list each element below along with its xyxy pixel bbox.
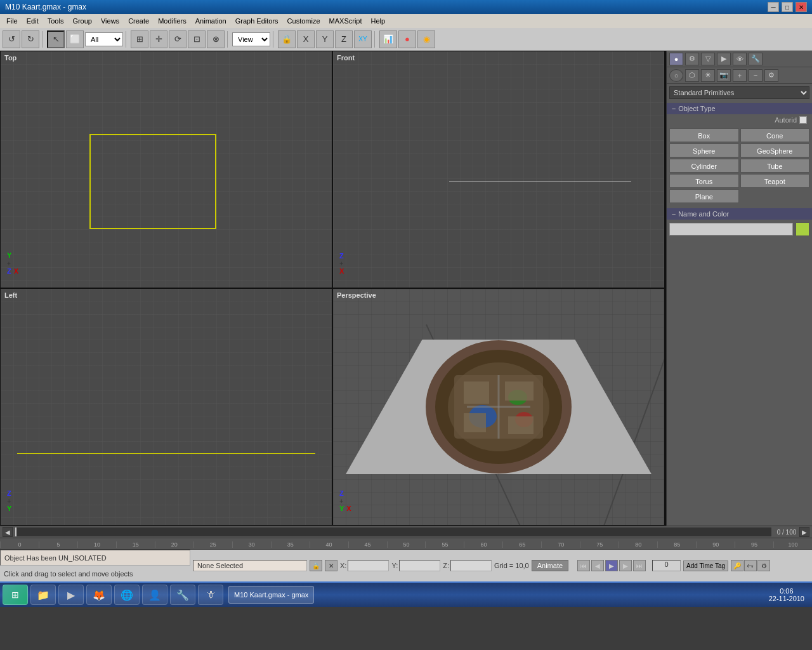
menu-item-create[interactable]: Create xyxy=(124,16,153,26)
key3-icon[interactable]: ⚙ xyxy=(757,560,770,571)
cancel-icon[interactable]: ✕ xyxy=(325,560,337,571)
plane-button[interactable]: Plane xyxy=(669,189,739,203)
object-type-grid: Box Cone Sphere GeoSphere Cylinder Tube … xyxy=(667,126,812,206)
menu-item-customize[interactable]: Customize xyxy=(284,16,324,26)
y-input[interactable] xyxy=(399,560,440,571)
menu-item-animation[interactable]: Animation xyxy=(192,16,230,26)
menu-item-graph-editors[interactable]: Graph Editors xyxy=(232,16,282,26)
close-button[interactable]: ✕ xyxy=(796,2,807,12)
move-button[interactable]: ✛ xyxy=(150,30,167,48)
autorid-checkbox[interactable] xyxy=(799,116,807,124)
mirror-button[interactable]: ⊗ xyxy=(207,30,225,48)
taskbar-settings[interactable]: 🔧 xyxy=(170,585,195,605)
name-input-field[interactable] xyxy=(669,223,793,235)
timeline-track[interactable] xyxy=(15,527,771,536)
maximize-button[interactable]: □ xyxy=(782,2,793,12)
viewport-front[interactable]: Front Z + X xyxy=(332,51,665,288)
helpers-btn[interactable]: + xyxy=(733,69,747,82)
scale-button[interactable]: ⊡ xyxy=(188,30,206,48)
angle-snap-button[interactable]: X xyxy=(297,30,315,48)
go-start-button[interactable]: ⏮ xyxy=(577,560,590,571)
spinner-snap-button[interactable]: Z xyxy=(335,30,353,48)
cameras-btn[interactable]: 📷 xyxy=(717,69,731,82)
snap-toggle-button[interactable]: 🔒 xyxy=(278,30,296,48)
geosphere-button[interactable]: GeoSphere xyxy=(740,143,810,157)
animate-button[interactable]: Animate xyxy=(532,560,568,571)
undo-button[interactable]: ↺ xyxy=(3,30,20,48)
timeline-next-button[interactable]: ▶ xyxy=(799,527,809,537)
go-end-button[interactable]: ⏭ xyxy=(633,560,646,571)
x-input[interactable] xyxy=(348,560,389,571)
taskbar-explorer[interactable]: 📁 xyxy=(30,585,56,605)
key2-icon[interactable]: 🗝 xyxy=(744,560,757,571)
minimize-button[interactable]: ─ xyxy=(768,2,779,12)
menu-item-views[interactable]: Views xyxy=(97,16,123,26)
object-type-collapse[interactable]: – xyxy=(672,105,676,112)
box-button[interactable]: Box xyxy=(669,128,739,142)
ruler-mark-30: 30 xyxy=(232,541,271,548)
menu-item-tools[interactable]: Tools xyxy=(44,16,68,26)
taskbar-game[interactable]: 🗡 xyxy=(198,585,223,605)
cylinder-button[interactable]: Cylinder xyxy=(669,159,739,173)
menu-item-file[interactable]: File xyxy=(3,16,22,26)
stats-button[interactable]: 📊 xyxy=(379,30,397,48)
menu-item-maxscript[interactable]: MAXScript xyxy=(325,16,366,26)
active-window-task[interactable]: M10 Kaart.gmax - gmax xyxy=(228,586,314,604)
modify-tab[interactable]: ⚙ xyxy=(685,53,699,65)
prev-frame-button[interactable]: ◀ xyxy=(591,560,604,571)
title-text: M10 Kaart.gmax - gmax xyxy=(5,3,86,11)
shapes-btn[interactable]: ⬡ xyxy=(685,69,699,82)
display-tab[interactable]: 👁 xyxy=(733,53,747,65)
menu-item-edit[interactable]: Edit xyxy=(23,16,43,26)
next-frame-button[interactable]: ▶ xyxy=(619,560,632,571)
viewport-left[interactable]: Left Z + Y xyxy=(0,288,332,526)
tube-button[interactable]: Tube xyxy=(740,159,810,173)
sphere-button[interactable]: Sphere xyxy=(669,143,739,157)
xy-button[interactable]: XY xyxy=(354,30,372,48)
viewport-perspective[interactable]: Perspective xyxy=(332,288,665,526)
current-time[interactable]: 0 xyxy=(652,560,681,571)
key-icon[interactable]: 🔑 xyxy=(731,560,743,571)
torus-button[interactable]: Torus xyxy=(669,174,739,188)
materials-button[interactable]: ◉ xyxy=(417,30,435,48)
redo-button[interactable]: ↻ xyxy=(22,30,39,48)
percent-snap-button[interactable]: Y xyxy=(316,30,334,48)
start-button[interactable]: ⊞ xyxy=(3,585,28,605)
taskbar-firefox[interactable]: 🦊 xyxy=(86,585,112,605)
select-type-dropdown[interactable]: All xyxy=(85,32,123,46)
spacewarps-btn[interactable]: ~ xyxy=(749,69,763,82)
hierarchy-tab[interactable]: ▽ xyxy=(701,53,715,65)
menu-item-modifiers[interactable]: Modifiers xyxy=(154,16,190,26)
cone-button[interactable]: Cone xyxy=(740,128,810,142)
systems-btn[interactable]: ⚙ xyxy=(764,69,778,82)
taskbar-media[interactable]: ▶ xyxy=(58,585,84,605)
titlebar: M10 Kaart.gmax - gmax ─ □ ✕ xyxy=(0,0,812,14)
taskbar-ie[interactable]: 🌐 xyxy=(114,585,140,605)
lights-btn[interactable]: ☀ xyxy=(701,69,715,82)
taskbar-user[interactable]: 👤 xyxy=(142,585,167,605)
perspective-model xyxy=(416,331,581,483)
viewport-top[interactable]: Top Y + Z X xyxy=(0,51,332,288)
menu-item-help[interactable]: Help xyxy=(367,16,390,26)
menu-item-group[interactable]: Group xyxy=(69,16,96,26)
teapot-button[interactable]: Teapot xyxy=(740,174,810,188)
svg-rect-9 xyxy=(464,381,489,404)
timeline-prev-button[interactable]: ◀ xyxy=(3,527,13,537)
create-tab[interactable]: ● xyxy=(669,53,683,65)
add-time-tag-button[interactable]: Add Time Tag xyxy=(683,560,728,571)
geometry-btn[interactable]: ○ xyxy=(669,69,683,82)
utilities-tab[interactable]: 🔧 xyxy=(749,53,763,65)
lock-icon[interactable]: 🔒 xyxy=(310,560,322,571)
name-color-collapse[interactable]: – xyxy=(672,210,676,218)
z-input[interactable] xyxy=(450,560,492,571)
select-filter-button[interactable]: ⊞ xyxy=(131,30,148,48)
play-button[interactable]: ▶ xyxy=(605,560,618,571)
select-region-button[interactable]: ⬜ xyxy=(66,30,84,48)
render-button[interactable]: ● xyxy=(398,30,416,48)
rotate-button[interactable]: ⟳ xyxy=(169,30,187,48)
view-dropdown[interactable]: View xyxy=(232,32,270,46)
select-button[interactable]: ↖ xyxy=(47,30,65,48)
motion-tab[interactable]: ▶ xyxy=(717,53,731,65)
primitives-dropdown[interactable]: Standard Primitives xyxy=(669,86,809,99)
color-swatch[interactable] xyxy=(796,222,809,236)
